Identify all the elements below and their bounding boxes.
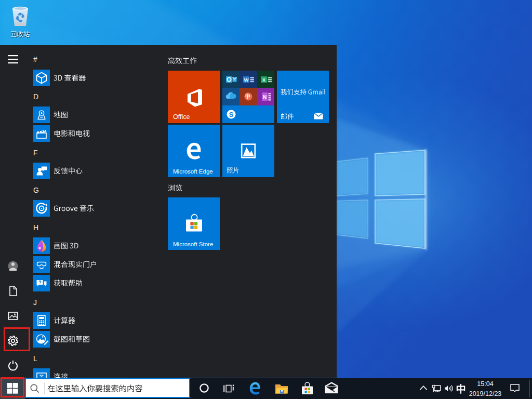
svg-text:X: X xyxy=(262,77,266,83)
svg-text:P: P xyxy=(247,94,250,100)
svg-text:N: N xyxy=(263,95,267,100)
svg-text:W: W xyxy=(244,77,249,83)
svg-text:S: S xyxy=(229,111,234,118)
